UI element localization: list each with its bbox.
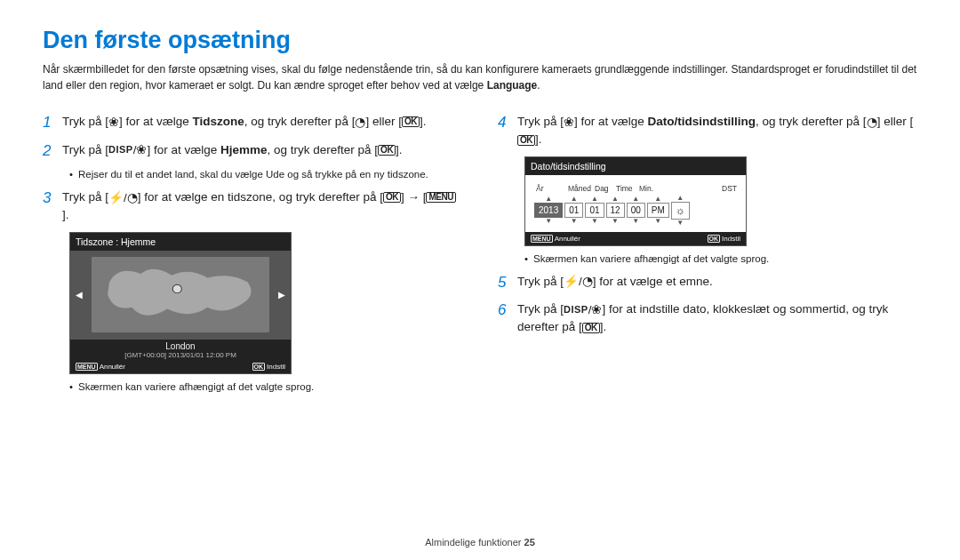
next-arrow-icon: ▶: [278, 290, 285, 300]
step-number: 1: [43, 111, 62, 134]
up-arrow-icon: ▲: [654, 196, 661, 203]
datetime-screen: Dato/tidsindstilling År Måned Dag Time M…: [524, 156, 747, 246]
flower-icon: ❀: [108, 116, 119, 129]
up-arrow-icon: ▲: [571, 196, 578, 203]
down-arrow-icon: ▼: [632, 218, 639, 225]
page-title: Den første opsætning: [43, 27, 917, 54]
ok-label-icon: OK: [252, 363, 266, 371]
ok-icon: OK: [402, 116, 420, 127]
ok-icon: OK: [582, 323, 600, 333]
year-cell: ▲2013▼: [534, 196, 563, 225]
step-number: 4: [498, 111, 517, 134]
up-arrow-icon: ▲: [545, 196, 552, 203]
day-cell: ▲01▼: [585, 196, 604, 225]
screen-footer: MENUAnnullér OKIndstil: [525, 232, 746, 245]
step-number: 3: [43, 187, 62, 210]
step-number: 2: [43, 140, 62, 163]
screen-note: Skærmen kan variere afhængigt af det val…: [524, 253, 917, 264]
dt-body: År Måned Dag Time Min. DST ▲2013▼ ▲01▼ ▲…: [525, 175, 746, 232]
flower-icon: ❀: [591, 304, 602, 316]
ampm-cell: ▲PM▼: [647, 196, 669, 225]
timer-icon: ◔: [582, 276, 593, 288]
dst-icon: ☼: [671, 202, 690, 220]
intro-text: Når skærmbilledet for den første opsætni…: [43, 61, 917, 93]
intro-a: Når skærmbilledet for den første opsætni…: [43, 63, 916, 92]
disp-icon: DISP: [564, 305, 588, 315]
timezone-screen: Tidszone : Hjemme ◀ ▶ London [GMT+00:00]…: [69, 232, 292, 374]
tz-header: Tidszone : Hjemme: [70, 233, 291, 251]
world-map: [92, 257, 270, 332]
down-arrow-icon: ▼: [654, 218, 661, 225]
ok-icon: OK: [517, 135, 535, 146]
step-1: 1 Tryk på [❀] for at vælge Tidszone, og …: [43, 113, 462, 134]
down-arrow-icon: ▼: [545, 218, 552, 225]
menu-label-icon: MENU: [531, 235, 553, 243]
hour-cell: ▲12▼: [606, 196, 625, 225]
menu-label-icon: MENU: [76, 363, 98, 371]
columns: 1 Tryk på [❀] for at vælge Tidszone, og …: [43, 113, 917, 401]
timer-icon: ◔: [127, 192, 138, 204]
step-number: 5: [498, 271, 517, 294]
down-arrow-icon: ▼: [591, 218, 598, 225]
ok-label-icon: OK: [708, 235, 721, 243]
tz-info: London [GMT+00:00] 2013/01/01 12:00 PM: [70, 340, 291, 360]
flower-icon: ❀: [136, 144, 147, 156]
intro-lang: Language: [487, 79, 538, 92]
month-cell: ▲01▼: [564, 196, 583, 225]
step-3: 3 Tryk på [⚡/◔] for at vælge en tidszone…: [43, 188, 462, 225]
step-4: 4 Tryk på [❀] for at vælge Dato/tidsinds…: [498, 113, 917, 149]
down-arrow-icon: ▼: [571, 218, 578, 225]
flash-icon: ⚡: [108, 192, 124, 204]
step-5: 5 Tryk på [⚡/◔] for at vælge et emne.: [498, 273, 917, 294]
disp-icon: DISP: [108, 145, 133, 155]
step-number: 6: [498, 299, 517, 322]
up-arrow-icon: ▲: [676, 195, 684, 202]
up-arrow-icon: ▲: [612, 196, 619, 203]
up-arrow-icon: ▲: [591, 196, 598, 203]
ok-icon: OK: [383, 192, 401, 203]
step-2: 2 Tryk på [DISP/❀] for at vælge Hjemme, …: [43, 141, 462, 163]
flower-icon: ❀: [564, 116, 574, 129]
dt-row: ▲2013▼ ▲01▼ ▲01▼ ▲12▼ ▲00▼ ▲PM▼ ▲☼▼: [534, 195, 737, 227]
down-arrow-icon: ▼: [676, 220, 684, 227]
dt-labels: År Måned Dag Time Min. DST: [534, 184, 737, 193]
down-arrow-icon: ▼: [612, 218, 619, 225]
right-column: 4 Tryk på [❀] for at vælge Dato/tidsinds…: [498, 113, 917, 401]
min-cell: ▲00▼: [627, 196, 645, 225]
screen-note: Skærmen kan variere afhængigt af det val…: [69, 381, 462, 392]
prev-arrow-icon: ◀: [76, 290, 83, 300]
timer-icon: ◔: [355, 116, 365, 129]
tz-map: ◀ ▶: [70, 251, 291, 340]
menu-icon: MENU: [426, 192, 455, 203]
step-2-note: Rejser du til et andet land, skal du væl…: [69, 169, 462, 180]
screen-footer: MENUAnnullér OKIndstil: [70, 360, 291, 373]
dst-cell: ▲☼▼: [671, 195, 690, 227]
left-column: 1 Tryk på [❀] for at vælge Tidszone, og …: [43, 113, 462, 401]
ok-icon: OK: [378, 145, 396, 156]
timer-icon: ◔: [867, 116, 877, 129]
flash-icon: ⚡: [564, 276, 579, 288]
svg-point-1: [172, 284, 181, 292]
up-arrow-icon: ▲: [632, 196, 639, 203]
dt-header: Dato/tidsindstilling: [525, 157, 746, 175]
step-6: 6 Tryk på [DISP/❀] for at indstille dato…: [498, 300, 917, 337]
page-footer: Almindelige funktioner 25: [0, 537, 960, 548]
